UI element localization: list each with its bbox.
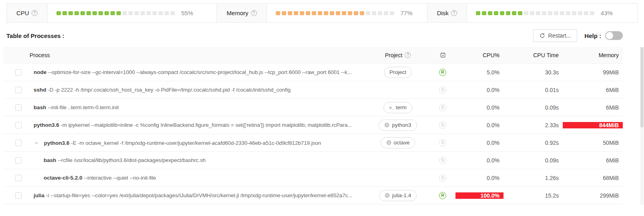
usage-segment — [554, 11, 558, 15]
process-name: python3.6 — [44, 140, 70, 146]
row-checkbox[interactable] — [15, 192, 22, 199]
row-checkbox[interactable] — [15, 87, 22, 93]
memory-usage-card: Memory ? 77% — [217, 4, 427, 22]
usage-segment — [146, 11, 151, 15]
usage-segment — [158, 11, 163, 15]
table-row: − sshd -D -p 2222 -h /tmp/.cocalc/ssh_ho… — [3, 81, 623, 99]
sleeping-state-icon: S — [439, 104, 446, 111]
memory-progress: 77% — [267, 4, 427, 22]
usage-segment — [104, 11, 109, 15]
usage-segment — [122, 11, 127, 15]
page-title: Table of Processes : — [6, 32, 64, 39]
badge-label: python3 — [392, 122, 411, 128]
sleeping-state-icon: S — [439, 157, 446, 164]
cpu-time-cell: 0.01s — [504, 87, 563, 93]
usage-segment — [390, 11, 394, 15]
state-cell: S — [430, 104, 455, 111]
cpu-time-cell: 0.09s — [504, 157, 563, 164]
cpu-time-cell: 2.33s — [504, 122, 563, 128]
header-project-text: Project — [385, 52, 403, 58]
process-args: -m ipykernel --matplotlib=inline -c %con… — [61, 122, 352, 128]
process-command: − python3.6 -E -m octave_kernel -f /tmp/… — [34, 140, 321, 146]
process-command: − node --optimize-for-size --gc-interval… — [34, 69, 352, 75]
memory-cell: 299MiB — [563, 192, 623, 199]
usage-segment — [542, 11, 546, 15]
process-cell: − node --optimize-for-size --gc-interval… — [26, 69, 366, 75]
memory-label-text: Memory — [227, 10, 248, 16]
cpu-time-cell: 15.2s — [504, 192, 563, 199]
row-checkbox-cell — [3, 87, 26, 93]
process-badge: Project — [384, 67, 412, 78]
toolbar-right: Restart... Help : — [533, 29, 623, 42]
process-badge: octave — [381, 137, 415, 148]
cpu-progress: 55% — [48, 4, 217, 22]
process-badge: >_ term — [383, 102, 412, 113]
state-cell: R — [430, 192, 455, 199]
cpu-pct-cell: 0.0% — [455, 122, 504, 128]
cpu-pct-cell: 5.0% — [455, 69, 504, 76]
state-cell: R — [430, 69, 455, 76]
process-args: -E -m octave_kernel -f /tmp/xdg-runtime-… — [71, 140, 321, 146]
restart-button[interactable]: Restart... — [533, 29, 578, 42]
usage-segment — [360, 11, 364, 15]
usage-segment — [488, 11, 492, 15]
usage-segment — [116, 11, 121, 15]
usage-segment — [140, 11, 145, 15]
question-circle-icon[interactable]: ? — [405, 52, 411, 58]
cpu-time-cell: 30.3s — [504, 69, 563, 76]
usage-segment — [348, 11, 352, 15]
process-name: sshd — [34, 87, 46, 93]
usage-segment — [566, 11, 570, 15]
jupyter-icon — [385, 193, 390, 198]
row-checkbox[interactable] — [15, 69, 22, 76]
process-command: − bash --rcfile /usr/local/lib/python3.6… — [44, 157, 206, 163]
usage-segment — [530, 11, 534, 15]
scrollbar[interactable] — [640, 47, 644, 205]
memory-cell: 68MiB — [563, 175, 623, 181]
usage-segment — [62, 11, 67, 15]
row-checkbox[interactable] — [15, 140, 22, 146]
process-args: -D -p 2222 -h /tmp/.cocalc/ssh_host_rsa_… — [48, 87, 291, 93]
state-cell: S — [430, 157, 455, 164]
usage-segment — [110, 11, 115, 15]
cpu-percent: 55% — [181, 10, 193, 16]
usage-segment — [366, 11, 370, 15]
process-name: node — [34, 69, 46, 75]
state-cell: S — [430, 122, 455, 129]
row-checkbox[interactable] — [15, 157, 22, 164]
usage-bar: CPU ? 55% Memory ? 77% Disk ? 43% — [6, 3, 638, 23]
question-circle-icon[interactable]: ? — [32, 10, 38, 16]
usage-segment — [506, 11, 510, 15]
row-checkbox[interactable] — [15, 122, 22, 128]
cpu-label-text: CPU — [16, 10, 29, 16]
running-state-icon: R — [439, 192, 446, 199]
help-toggle[interactable] — [605, 31, 623, 40]
question-circle-icon[interactable]: ? — [251, 10, 257, 16]
process-name: bash — [44, 157, 56, 163]
cpu-pct-cell: 0.0% — [455, 157, 504, 164]
usage-segment — [86, 11, 91, 15]
process-args: --rcfile /usr/local/lib/python3.6/dist-p… — [58, 157, 205, 163]
table-row: − julia -i --startup-file=yes --color=ye… — [3, 187, 623, 204]
cpu-pct-cell: 0.0% — [455, 104, 504, 111]
row-checkbox[interactable] — [15, 104, 22, 111]
scrollbar-thumb[interactable] — [640, 47, 644, 127]
question-circle-icon[interactable]: ? — [451, 10, 457, 16]
process-name: python3.6 — [34, 122, 59, 128]
row-checkbox-cell — [3, 157, 26, 164]
process-cell: − julia -i --startup-file=yes --color=ye… — [26, 192, 366, 198]
usage-segment — [318, 11, 322, 15]
process-command: − sshd -D -p 2222 -h /tmp/.cocalc/ssh_ho… — [34, 87, 291, 93]
process-cell: − bash --rcfile /usr/local/lib/python3.6… — [26, 157, 366, 163]
process-args: --init-file ..term.term-0.term.init — [48, 104, 118, 110]
usage-segment — [590, 11, 594, 15]
memory-cell: 6MiB — [563, 104, 623, 111]
cpu-pct-cell: 0.0% — [455, 175, 504, 181]
sleeping-state-icon: S — [439, 122, 446, 129]
row-checkbox[interactable] — [15, 175, 22, 181]
memory-label: Memory ? — [217, 4, 267, 22]
usage-segment — [384, 11, 388, 15]
process-args: --optimize-for-size --gc-interval=1000 -… — [48, 69, 352, 75]
collapse-toggle-icon[interactable]: − — [34, 140, 39, 146]
usage-segment — [300, 11, 304, 15]
